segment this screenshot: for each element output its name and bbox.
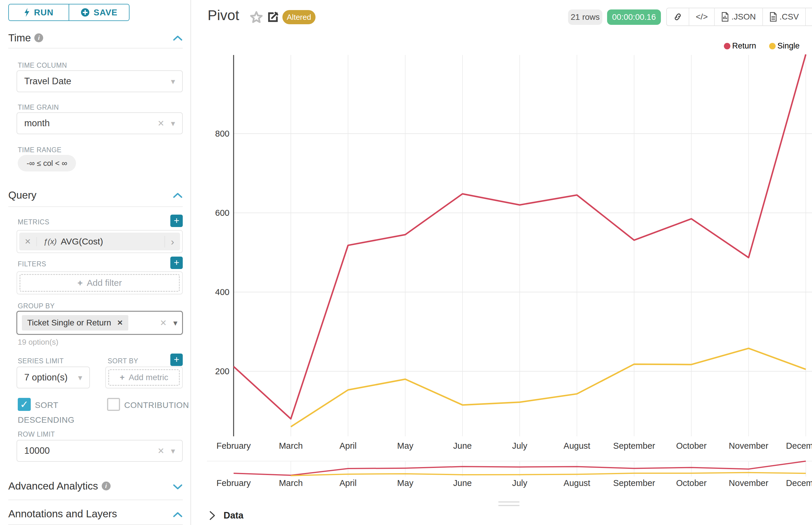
time-grain-value: month — [24, 118, 50, 129]
svg-text:May: May — [397, 478, 413, 488]
info-icon: i — [102, 482, 110, 491]
add-metric-label: Add metric — [129, 373, 168, 382]
remove-metric-icon[interactable]: ✕ — [19, 237, 37, 246]
clear-icon[interactable]: ✕ — [157, 446, 164, 456]
query-section-title: Query — [8, 189, 36, 201]
range-drag-handle[interactable] — [498, 501, 519, 502]
chevron-up-icon[interactable] — [173, 35, 183, 41]
data-section-toggle[interactable]: Data — [209, 510, 243, 521]
metric-name: AVG(Cost) — [61, 237, 164, 246]
range-drag-handle[interactable] — [498, 505, 519, 506]
add-metric-plus-button[interactable]: + — [170, 215, 183, 227]
divider — [8, 206, 183, 207]
export-csv-button[interactable]: .CSV — [762, 8, 805, 26]
time-column-select[interactable]: Travel Date ▾ — [17, 70, 183, 92]
remove-tag-icon[interactable]: ✕ — [117, 319, 123, 327]
favorite-star-icon[interactable] — [250, 11, 263, 24]
row-count-badge: 21 rows — [568, 10, 602, 25]
altered-badge[interactable]: Altered — [282, 10, 315, 24]
query-timer-badge: 00:00:00.16 — [607, 10, 661, 25]
json-file-icon — [721, 12, 729, 21]
svg-text:March: March — [279, 478, 303, 488]
sort-by-label: SORT BY — [108, 357, 138, 365]
time-range-pill[interactable]: -∞ ≤ col < ∞ — [18, 155, 76, 171]
svg-text:September: September — [613, 478, 655, 488]
fx-icon: ƒ(x) — [43, 237, 57, 246]
clear-icon[interactable]: ✕ — [157, 119, 164, 128]
svg-text:February: February — [217, 478, 251, 488]
metric-pill[interactable]: ✕ ƒ(x) AVG(Cost) › — [19, 232, 180, 250]
chevron-up-icon[interactable] — [173, 192, 183, 199]
group-by-select[interactable]: Ticket Single or Return ✕ ✕ ▾ — [17, 311, 183, 335]
expand-metric-icon[interactable]: › — [164, 236, 180, 247]
export-toolbar: </> .JSON .CSV — [666, 8, 812, 26]
export-json-button[interactable]: .JSON — [714, 8, 762, 26]
svg-text:April: April — [339, 441, 357, 450]
add-filter-label: Add filter — [87, 278, 122, 288]
sort-descending-checkbox[interactable]: ✓ — [18, 398, 31, 411]
contribution-checkbox[interactable] — [107, 398, 120, 411]
menu-button[interactable] — [805, 8, 812, 26]
svg-text:February: February — [217, 441, 251, 450]
contribution-label: CONTRIBUTION — [124, 401, 189, 410]
save-button-label: SAVE — [94, 8, 118, 17]
line-chart[interactable]: 200400600800FebruaryFebruaryMarchMarchAp… — [207, 44, 812, 494]
time-section-title: Time — [8, 32, 31, 44]
group-by-label: GROUP BY — [18, 302, 55, 310]
caret-down-icon[interactable]: ▾ — [171, 446, 175, 456]
code-icon: </> — [696, 12, 708, 21]
sort-descending-field: ✓SORT DESCENDING — [18, 398, 101, 427]
svg-text:October: October — [676, 441, 706, 450]
export-csv-label: .CSV — [780, 12, 799, 21]
time-grain-label: TIME GRAIN — [18, 103, 59, 111]
lightning-icon — [24, 8, 30, 17]
row-limit-select[interactable]: 10000 ✕ ▾ — [17, 440, 183, 462]
embed-code-button[interactable]: </> — [689, 8, 714, 26]
svg-text:June: June — [453, 478, 472, 488]
svg-text:December: December — [786, 478, 812, 488]
time-column-value: Travel Date — [24, 76, 71, 87]
query-section-header[interactable]: Query — [8, 189, 36, 201]
caret-down-icon[interactable]: ▾ — [171, 77, 175, 86]
time-column-label: TIME COLUMN — [18, 61, 67, 70]
svg-text:September: September — [613, 441, 655, 450]
chart-title: Pivot — [208, 7, 239, 24]
add-filter-plus-button[interactable]: + — [170, 257, 183, 269]
annotations-header[interactable]: Annotations and Layers — [8, 508, 117, 520]
divider — [8, 48, 183, 48]
caret-down-icon[interactable]: ▾ — [78, 373, 82, 382]
group-by-tag[interactable]: Ticket Single or Return ✕ — [22, 315, 128, 330]
svg-text:June: June — [453, 441, 472, 450]
add-sort-metric-plus-button[interactable]: + — [170, 354, 183, 366]
run-button-label: RUN — [34, 8, 54, 17]
time-section-header[interactable]: Time i — [8, 32, 43, 44]
series-limit-select[interactable]: 7 option(s) ▾ — [17, 366, 90, 388]
svg-text:600: 600 — [215, 208, 230, 217]
info-icon: i — [34, 33, 43, 42]
add-sort-metric-button[interactable]: + Add metric — [108, 369, 180, 386]
plus-icon: + — [120, 373, 124, 382]
chevron-down-icon[interactable] — [173, 484, 183, 490]
group-by-tag-label: Ticket Single or Return — [27, 318, 111, 328]
svg-text:October: October — [676, 478, 706, 488]
svg-text:800: 800 — [215, 129, 230, 138]
add-filter-button[interactable]: + Add filter — [19, 274, 180, 292]
svg-text:July: July — [512, 478, 528, 488]
copy-link-button[interactable] — [667, 8, 689, 26]
caret-down-icon[interactable]: ▾ — [171, 119, 175, 128]
run-button[interactable]: RUN — [9, 4, 69, 20]
row-limit-value: 10000 — [24, 446, 50, 456]
svg-text:200: 200 — [215, 366, 230, 376]
edit-icon[interactable] — [267, 11, 279, 23]
export-json-label: .JSON — [731, 12, 755, 21]
svg-text:April: April — [339, 478, 357, 488]
clear-icon[interactable]: ✕ — [160, 318, 166, 328]
caret-down-icon[interactable]: ▾ — [173, 318, 177, 328]
save-button[interactable]: SAVE — [69, 4, 129, 20]
plus-circle-icon — [81, 8, 90, 17]
chevron-up-icon[interactable] — [173, 511, 183, 518]
time-range-value: -∞ ≤ col < ∞ — [27, 159, 67, 168]
time-grain-select[interactable]: month ✕ ▾ — [17, 112, 183, 134]
divider — [8, 499, 183, 500]
advanced-analytics-header[interactable]: Advanced Analytics i — [8, 480, 110, 492]
